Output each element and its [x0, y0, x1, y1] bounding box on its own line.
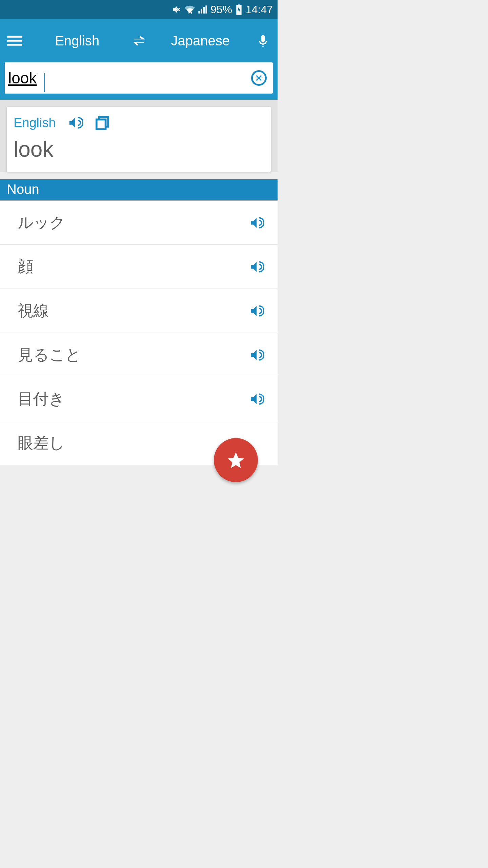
search-box[interactable]: look: [5, 62, 273, 94]
speaker-icon[interactable]: [249, 215, 264, 230]
result-text: 目付き: [18, 389, 249, 410]
mute-icon: [172, 4, 182, 15]
result-row[interactable]: 目付き: [0, 377, 278, 421]
favorite-fab[interactable]: [214, 438, 258, 482]
voice-input-button[interactable]: [248, 34, 278, 47]
results-list: ルック 顔 視線 見ること 目付き 眼差し: [0, 201, 278, 465]
result-row[interactable]: 見ること: [0, 333, 278, 377]
result-row[interactable]: ルック: [0, 201, 278, 245]
result-text: 視線: [18, 300, 249, 321]
svg-rect-3: [7, 36, 22, 38]
svg-rect-6: [96, 119, 105, 129]
result-row[interactable]: 顔: [0, 245, 278, 289]
source-word: look: [14, 137, 264, 162]
result-row[interactable]: 視線: [0, 289, 278, 333]
swap-languages-button[interactable]: [125, 33, 152, 48]
result-text: 見ること: [18, 344, 249, 366]
speaker-icon[interactable]: [249, 348, 264, 362]
text-cursor: [44, 73, 45, 92]
part-of-speech-label: Noun: [0, 179, 278, 201]
battery-icon: [236, 4, 242, 15]
battery-percent: 95%: [210, 3, 232, 16]
source-word-card: English look: [7, 107, 271, 172]
card-language-label: English: [14, 116, 56, 130]
app-header: English Japanese look: [0, 19, 278, 100]
signal-icon: [198, 5, 207, 14]
svg-rect-5: [7, 44, 22, 46]
speaker-icon[interactable]: [249, 303, 264, 318]
menu-button[interactable]: [0, 33, 29, 48]
source-language-button[interactable]: English: [29, 33, 125, 48]
target-language-button[interactable]: Japanese: [152, 33, 249, 48]
clear-input-button[interactable]: [251, 70, 267, 86]
speaker-icon[interactable]: [249, 392, 264, 407]
result-text: 顔: [18, 256, 249, 277]
svg-rect-1: [238, 4, 240, 5]
status-bar: 95% 14:47: [0, 0, 278, 19]
result-text: ルック: [18, 212, 249, 233]
speaker-icon[interactable]: [249, 259, 264, 274]
clock: 14:47: [246, 3, 273, 16]
svg-rect-4: [7, 40, 22, 42]
copy-icon[interactable]: [95, 115, 110, 131]
speaker-icon[interactable]: [67, 115, 83, 131]
wifi-icon: [185, 4, 195, 15]
status-icons: [172, 4, 207, 15]
